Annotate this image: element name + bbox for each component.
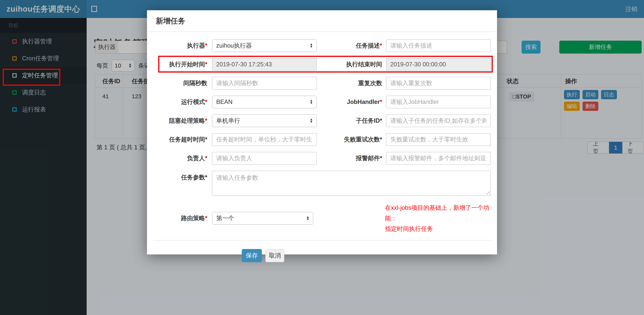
- repeat-input[interactable]: [386, 77, 491, 90]
- run-mode-select[interactable]: BEAN ▲▼: [212, 96, 317, 108]
- task-param-textarea[interactable]: [212, 171, 491, 196]
- select-arrows-icon: ▲▼: [310, 99, 313, 105]
- add-task-modal: 新增任务 执行器* zuihou执行器 ▲▼ 任务描述* 执行开始时间* 执行结…: [147, 10, 497, 254]
- block-strategy-select[interactable]: 单机串行 ▲▼: [212, 114, 317, 127]
- timeout-input[interactable]: [212, 133, 317, 146]
- form-row-timeout-retry: 任务超时时间* 失败重试次数*: [147, 133, 497, 146]
- form-row-block-childid: 阻塞处理策略* 单机串行 ▲▼ 子任务ID*: [147, 114, 497, 127]
- executor-label: 执行器*: [147, 42, 212, 50]
- alarm-email-input[interactable]: [386, 152, 491, 165]
- interval-input[interactable]: [212, 77, 317, 90]
- jobhandler-input[interactable]: [386, 96, 491, 108]
- modal-header: 新增任务: [147, 10, 497, 32]
- red-note: 在xxl-jobs项目的基础上，新增了一个功能： 指定时间执行任务: [385, 203, 497, 234]
- task-desc-input[interactable]: [386, 39, 491, 52]
- task-desc-label: 任务描述*: [317, 42, 386, 50]
- save-button[interactable]: 保存: [242, 249, 262, 262]
- select-arrows-icon: ▲▼: [306, 216, 310, 221]
- repeat-label: 重复次数: [317, 79, 386, 87]
- owner-label: 负责人*: [147, 154, 212, 162]
- child-task-input[interactable]: [386, 114, 491, 127]
- alarm-email-label: 报警邮件*: [317, 154, 386, 162]
- form-row-route-strategy: 路由策略* 第一个 ▲▼ 在xxl-jobs项目的基础上，新增了一个功能： 指定…: [147, 203, 497, 234]
- retry-label: 失败重试次数*: [317, 135, 386, 144]
- executor-select[interactable]: zuihou执行器 ▲▼: [212, 39, 317, 52]
- form-row-task-param: 任务参数*: [147, 171, 497, 197]
- route-strategy-select[interactable]: 第一个 ▲▼: [212, 212, 313, 225]
- cancel-button[interactable]: 取消: [265, 249, 284, 262]
- owner-input[interactable]: [212, 152, 317, 165]
- child-task-label: 子任务ID*: [317, 117, 386, 125]
- jobhandler-label: JobHandler*: [317, 99, 386, 105]
- block-strategy-label: 阻塞处理策略*: [147, 117, 212, 125]
- form-row-owner-email: 负责人* 报警邮件*: [147, 152, 497, 165]
- select-arrows-icon: ▲▼: [310, 118, 313, 123]
- timeout-label: 任务超时时间*: [147, 135, 212, 144]
- interval-label: 间隔秒数: [147, 79, 212, 87]
- annotation-box-sidebar: [3, 69, 60, 86]
- annotation-box-time-row: [158, 56, 493, 73]
- retry-input[interactable]: [386, 133, 491, 146]
- run-mode-label: 运行模式*: [147, 98, 212, 106]
- form-row-interval-repeat: 间隔秒数 重复次数: [147, 77, 497, 90]
- route-strategy-label: 路由策略*: [147, 214, 212, 222]
- modal-title: 新增任务: [156, 16, 185, 26]
- select-arrows-icon: ▲▼: [310, 43, 313, 48]
- task-param-label: 任务参数*: [147, 171, 212, 181]
- form-row-runmode-jobhandler: 运行模式* BEAN ▲▼ JobHandler*: [147, 96, 497, 108]
- modal-footer: 保存 取消: [154, 240, 491, 262]
- form-row-executor-desc: 执行器* zuihou执行器 ▲▼ 任务描述*: [147, 39, 497, 52]
